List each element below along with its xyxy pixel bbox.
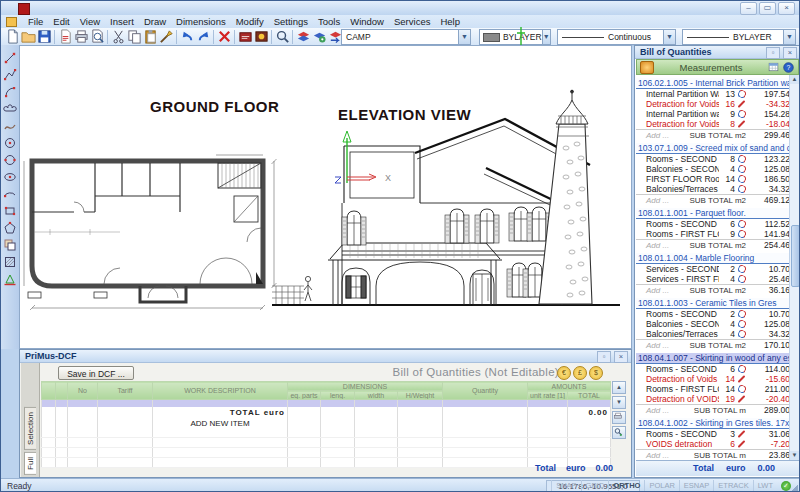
boq-item-header[interactable]: 108.04.1.002 - Skirting in Gres tiles. 1… xyxy=(636,418,792,429)
measurement-row[interactable]: Detraction for Voids16-34.32 xyxy=(636,99,792,109)
measurement-row[interactable]: Internal Partition Walls - FIR...13197.5… xyxy=(636,89,792,99)
help-icon[interactable]: ? xyxy=(783,62,795,73)
toggle-grid[interactable]: GRID xyxy=(581,480,609,492)
tool-cloud-icon[interactable] xyxy=(2,100,18,117)
currency-convert-icon[interactable]: $ xyxy=(589,366,603,380)
layer-select[interactable]: CAMP ▼ xyxy=(341,29,471,45)
lineweight-dropdown-icon[interactable]: ▼ xyxy=(783,30,795,44)
menu-tools[interactable]: Tools xyxy=(313,15,345,28)
boq-item-header[interactable]: 108.01.1.003 - Ceramic Tiles in Gres xyxy=(636,298,792,309)
cut-icon[interactable] xyxy=(110,29,126,45)
add-measurement-link[interactable]: Add ... xyxy=(636,241,682,250)
add-measurement-link[interactable]: Add ... xyxy=(636,131,682,140)
tool-circle-2p-icon[interactable] xyxy=(2,151,18,168)
toggle-etrack[interactable]: ETRACK xyxy=(713,480,752,492)
drawing-canvas[interactable]: GROUND FLOOR ELEVATION VIEW xyxy=(19,45,632,349)
resize-grip[interactable] xyxy=(790,485,798,492)
boq-close-icon[interactable]: × xyxy=(783,47,797,59)
menu-help[interactable]: Help xyxy=(435,15,465,28)
close-button[interactable]: × xyxy=(778,2,795,15)
copy-icon[interactable] xyxy=(126,29,142,45)
boq-autohide-pin-icon[interactable]: ▫ xyxy=(766,47,780,59)
scroll-down-icon[interactable]: ▼ xyxy=(612,396,626,409)
tool-ellipse-icon[interactable] xyxy=(2,168,18,185)
restore-button[interactable]: ▭ xyxy=(759,2,776,15)
tool-hatch-icon[interactable] xyxy=(2,253,18,270)
save-in-dcf-button[interactable]: Save in DCF ... xyxy=(58,366,134,380)
scroll-up-icon[interactable]: ▲ xyxy=(790,75,799,84)
measurement-row[interactable]: Rooms - FIRST FLOOR9141.94 xyxy=(636,229,792,239)
dcf-print-icon[interactable] xyxy=(612,411,626,424)
boq-item-header[interactable]: 108.01.1.001 - Parquet floor. xyxy=(636,208,792,219)
paste-icon[interactable] xyxy=(142,29,158,45)
dcf-autohide-pin-icon[interactable]: ▫ xyxy=(597,351,611,363)
measurement-row[interactable]: Balconies - SECOND FLOOR4125.08 xyxy=(636,319,792,329)
plot-icon[interactable] xyxy=(237,29,253,45)
menu-services[interactable]: Services xyxy=(389,15,435,28)
tool-polygon-icon[interactable] xyxy=(2,219,18,236)
toggle-lwt[interactable]: LWT xyxy=(753,480,777,492)
menu-file[interactable]: File xyxy=(23,15,48,28)
tool-copy-object-icon[interactable] xyxy=(2,236,18,253)
dcf-close-icon[interactable]: × xyxy=(614,351,628,363)
boq-item-header[interactable]: 106.02.1.005 - Internal Brick Partition … xyxy=(636,78,792,89)
tool-ellipse-arc-icon[interactable] xyxy=(2,185,18,202)
delete-icon[interactable] xyxy=(216,29,232,45)
add-measurement-link[interactable]: Add ... xyxy=(636,196,682,205)
measurement-row[interactable]: VOIDS detraction6-7.20 xyxy=(636,439,792,449)
empty-row[interactable] xyxy=(42,428,611,438)
measurement-row[interactable]: Services - SECOND FLOOR210.70 xyxy=(636,264,792,274)
redo-icon[interactable] xyxy=(195,29,211,45)
selected-row[interactable] xyxy=(42,400,611,408)
currency-pound-icon[interactable]: £ xyxy=(573,366,587,380)
render-icon[interactable] xyxy=(253,29,269,45)
measurement-row[interactable]: Rooms - SECOND FLOOR6114.00 xyxy=(636,364,792,374)
toggle-snap[interactable]: SNAP xyxy=(551,480,580,492)
tool-line-icon[interactable] xyxy=(2,49,18,66)
new-file-icon[interactable] xyxy=(4,29,20,45)
print-icon[interactable] xyxy=(73,29,89,45)
measurement-row[interactable]: Rooms - SECOND FLOOR331.06 xyxy=(636,429,792,439)
measurement-row[interactable]: Services - FIRST FLOOR425.46 xyxy=(636,274,792,284)
measurement-row[interactable]: Balconies - SECOND FLOOR4125.08 xyxy=(636,164,792,174)
color-dropdown-icon[interactable]: ▼ xyxy=(542,30,550,44)
scroll-up-icon[interactable]: ▲ xyxy=(612,381,626,394)
add-new-item-row[interactable]: ADD NEW ITEM xyxy=(42,418,611,428)
boq-item-header[interactable]: 108.01.1.004 - Marble Flooring xyxy=(636,253,792,264)
layer-settings-icon[interactable] xyxy=(311,29,327,45)
measurement-row[interactable]: Rooms - SECOND FLOOR210.70 xyxy=(636,309,792,319)
tool-sketch-icon[interactable] xyxy=(2,117,18,134)
measurement-row[interactable]: Balconies/Terraces - FIRST F...434.32 xyxy=(636,329,792,339)
tab-full[interactable]: Full xyxy=(24,452,36,475)
format-painter-icon[interactable] xyxy=(158,29,174,45)
linetype-dropdown-icon[interactable]: ▼ xyxy=(663,30,675,44)
menu-draw[interactable]: Draw xyxy=(139,15,171,28)
toggle-ortho[interactable]: ORTHO xyxy=(608,480,644,492)
zoom-icon[interactable] xyxy=(274,29,290,45)
print-preview-icon[interactable] xyxy=(89,29,105,45)
export-table-icon[interactable] xyxy=(768,62,780,73)
measurement-row[interactable]: Rooms - SECOND FLOOR6112.52 xyxy=(636,219,792,229)
measurement-row[interactable]: Balconies/Terraces - FIRST F...434.32 xyxy=(636,184,792,194)
menu-edit[interactable]: Edit xyxy=(48,15,74,28)
color-select[interactable]: BYLAYER ▼ xyxy=(479,29,551,45)
empty-row[interactable] xyxy=(42,448,611,458)
tool-rectangle-icon[interactable] xyxy=(2,202,18,219)
add-measurement-link[interactable]: Add ... xyxy=(636,341,682,350)
minimize-button[interactable]: – xyxy=(740,2,757,15)
measurement-row[interactable]: Detraction for Voids8-18.04 xyxy=(636,119,792,129)
toggle-polar[interactable]: POLAR xyxy=(644,480,678,492)
add-measurement-link[interactable]: Add ... xyxy=(636,406,682,415)
export-pdf-icon[interactable] xyxy=(57,29,73,45)
measurement-row[interactable]: Rooms - SECOND FLOOR8123.22 xyxy=(636,154,792,164)
boq-item-header[interactable]: 103.07.1.009 - Screed mix of sand and ce… xyxy=(636,143,792,154)
tab-selection[interactable]: Selection xyxy=(24,407,36,450)
open-icon[interactable] xyxy=(20,29,36,45)
menu-insert[interactable]: Insert xyxy=(105,15,139,28)
add-measurement-link[interactable]: Add ... xyxy=(636,451,682,460)
empty-row[interactable] xyxy=(42,438,611,448)
menu-dimensions[interactable]: Dimensions xyxy=(171,15,231,28)
scroll-down-icon[interactable]: ▼ xyxy=(790,451,799,460)
menu-view[interactable]: View xyxy=(75,15,105,28)
measurement-row[interactable]: FIRST FLOOR Rooms14186.50 xyxy=(636,174,792,184)
